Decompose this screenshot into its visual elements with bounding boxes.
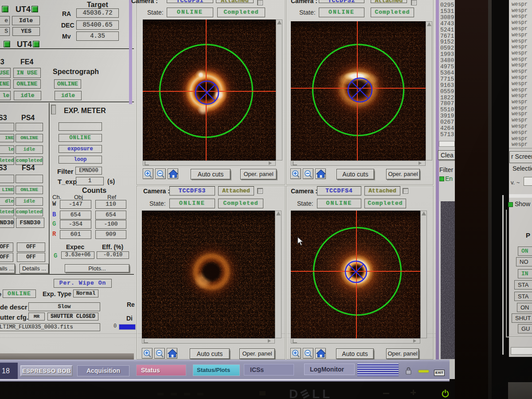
svg-text:LL: LL bbox=[312, 387, 332, 399]
svg-text:D: D bbox=[289, 387, 301, 399]
